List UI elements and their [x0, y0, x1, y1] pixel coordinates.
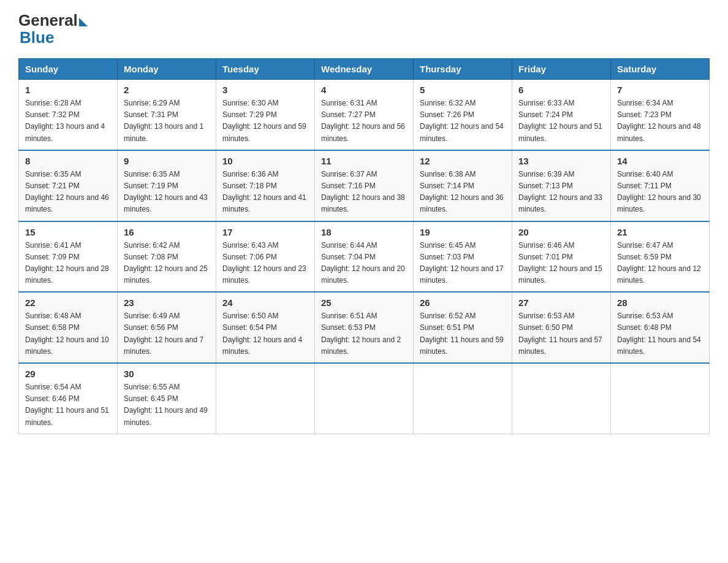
header-monday: Monday	[118, 59, 216, 80]
day-number: 20	[518, 227, 604, 237]
calendar-cell: 30 Sunrise: 6:55 AM Sunset: 6:45 PM Dayl…	[118, 363, 216, 434]
day-number: 18	[321, 227, 407, 237]
calendar-cell: 24 Sunrise: 6:50 AM Sunset: 6:54 PM Dayl…	[216, 292, 315, 363]
calendar-header-row: SundayMondayTuesdayWednesdayThursdayFrid…	[19, 59, 710, 80]
day-info: Sunrise: 6:50 AM Sunset: 6:54 PM Dayligh…	[222, 310, 308, 358]
calendar-cell: 4 Sunrise: 6:31 AM Sunset: 7:27 PM Dayli…	[315, 80, 414, 150]
day-info: Sunrise: 6:45 AM Sunset: 7:03 PM Dayligh…	[420, 240, 506, 287]
day-info: Sunrise: 6:47 AM Sunset: 6:59 PM Dayligh…	[617, 240, 703, 287]
day-info: Sunrise: 6:32 AM Sunset: 7:26 PM Dayligh…	[420, 98, 506, 145]
day-info: Sunrise: 6:41 AM Sunset: 7:09 PM Dayligh…	[25, 240, 111, 287]
calendar-cell: 25 Sunrise: 6:51 AM Sunset: 6:53 PM Dayl…	[315, 292, 414, 363]
day-number: 11	[321, 156, 407, 166]
day-number: 30	[124, 369, 210, 379]
calendar-cell: 8 Sunrise: 6:35 AM Sunset: 7:21 PM Dayli…	[19, 150, 118, 221]
calendar-cell: 29 Sunrise: 6:54 AM Sunset: 6:46 PM Dayl…	[19, 363, 118, 434]
calendar-cell: 22 Sunrise: 6:48 AM Sunset: 6:58 PM Dayl…	[19, 292, 118, 363]
day-number: 12	[420, 156, 506, 166]
day-number: 3	[222, 85, 308, 95]
day-info: Sunrise: 6:35 AM Sunset: 7:19 PM Dayligh…	[124, 169, 210, 216]
header-wednesday: Wednesday	[315, 59, 414, 80]
day-number: 24	[222, 297, 308, 308]
logo-text-blue: Blue	[20, 28, 88, 47]
day-number: 5	[420, 85, 506, 95]
calendar-cell: 2 Sunrise: 6:29 AM Sunset: 7:31 PM Dayli…	[118, 80, 216, 150]
day-number: 23	[124, 297, 210, 308]
day-info: Sunrise: 6:29 AM Sunset: 7:31 PM Dayligh…	[124, 98, 210, 145]
page: General Blue SundayMondayTuesdayWednesda…	[0, 0, 728, 446]
calendar-week-row: 8 Sunrise: 6:35 AM Sunset: 7:21 PM Dayli…	[19, 150, 710, 221]
calendar-cell: 14 Sunrise: 6:40 AM Sunset: 7:11 PM Dayl…	[611, 150, 710, 221]
day-info: Sunrise: 6:53 AM Sunset: 6:48 PM Dayligh…	[617, 310, 703, 358]
day-info: Sunrise: 6:54 AM Sunset: 6:46 PM Dayligh…	[25, 381, 111, 429]
day-number: 19	[420, 227, 506, 237]
day-info: Sunrise: 6:39 AM Sunset: 7:13 PM Dayligh…	[518, 169, 604, 216]
calendar-cell: 11 Sunrise: 6:37 AM Sunset: 7:16 PM Dayl…	[315, 150, 414, 221]
day-number: 25	[321, 297, 407, 308]
logo-line1: General	[18, 12, 88, 28]
calendar-cell: 15 Sunrise: 6:41 AM Sunset: 7:09 PM Dayl…	[19, 221, 118, 293]
day-info: Sunrise: 6:34 AM Sunset: 7:23 PM Dayligh…	[617, 98, 703, 145]
day-info: Sunrise: 6:52 AM Sunset: 6:51 PM Dayligh…	[420, 310, 506, 358]
day-info: Sunrise: 6:49 AM Sunset: 6:56 PM Dayligh…	[124, 310, 210, 358]
day-number: 8	[25, 156, 111, 166]
day-info: Sunrise: 6:42 AM Sunset: 7:08 PM Dayligh…	[124, 240, 210, 287]
day-info: Sunrise: 6:43 AM Sunset: 7:06 PM Dayligh…	[222, 240, 308, 287]
day-number: 27	[518, 297, 604, 308]
header-sunday: Sunday	[19, 59, 118, 80]
day-info: Sunrise: 6:46 AM Sunset: 7:01 PM Dayligh…	[518, 240, 604, 287]
calendar-cell: 12 Sunrise: 6:38 AM Sunset: 7:14 PM Dayl…	[414, 150, 512, 221]
day-number: 15	[25, 227, 111, 237]
calendar-cell	[512, 363, 611, 434]
calendar-cell: 26 Sunrise: 6:52 AM Sunset: 6:51 PM Dayl…	[414, 292, 512, 363]
calendar-cell: 19 Sunrise: 6:45 AM Sunset: 7:03 PM Dayl…	[414, 221, 512, 293]
calendar-cell	[611, 363, 710, 434]
day-number: 26	[420, 297, 506, 308]
calendar-cell: 6 Sunrise: 6:33 AM Sunset: 7:24 PM Dayli…	[512, 80, 611, 150]
calendar-cell	[414, 363, 512, 434]
calendar-week-row: 29 Sunrise: 6:54 AM Sunset: 6:46 PM Dayl…	[19, 363, 710, 434]
header-tuesday: Tuesday	[216, 59, 315, 80]
calendar-cell	[216, 363, 315, 434]
day-number: 2	[124, 85, 210, 95]
calendar-week-row: 1 Sunrise: 6:28 AM Sunset: 7:32 PM Dayli…	[19, 80, 710, 150]
day-info: Sunrise: 6:40 AM Sunset: 7:11 PM Dayligh…	[617, 169, 703, 216]
day-info: Sunrise: 6:55 AM Sunset: 6:45 PM Dayligh…	[124, 381, 210, 429]
day-info: Sunrise: 6:44 AM Sunset: 7:04 PM Dayligh…	[321, 240, 407, 287]
day-info: Sunrise: 6:53 AM Sunset: 6:50 PM Dayligh…	[518, 310, 604, 358]
day-number: 9	[124, 156, 210, 166]
day-info: Sunrise: 6:30 AM Sunset: 7:29 PM Dayligh…	[222, 98, 308, 145]
calendar-week-row: 15 Sunrise: 6:41 AM Sunset: 7:09 PM Dayl…	[19, 221, 710, 293]
calendar-cell: 27 Sunrise: 6:53 AM Sunset: 6:50 PM Dayl…	[512, 292, 611, 363]
calendar-cell: 5 Sunrise: 6:32 AM Sunset: 7:26 PM Dayli…	[414, 80, 512, 150]
logo-wrapper: General Blue	[18, 12, 88, 47]
day-number: 28	[617, 297, 703, 308]
calendar-cell: 9 Sunrise: 6:35 AM Sunset: 7:19 PM Dayli…	[118, 150, 216, 221]
calendar-cell: 16 Sunrise: 6:42 AM Sunset: 7:08 PM Dayl…	[118, 221, 216, 293]
calendar-week-row: 22 Sunrise: 6:48 AM Sunset: 6:58 PM Dayl…	[19, 292, 710, 363]
day-info: Sunrise: 6:33 AM Sunset: 7:24 PM Dayligh…	[518, 98, 604, 145]
calendar-cell: 3 Sunrise: 6:30 AM Sunset: 7:29 PM Dayli…	[216, 80, 315, 150]
day-number: 6	[518, 85, 604, 95]
calendar-cell: 7 Sunrise: 6:34 AM Sunset: 7:23 PM Dayli…	[611, 80, 710, 150]
header: General Blue	[18, 12, 710, 47]
day-number: 4	[321, 85, 407, 95]
day-info: Sunrise: 6:36 AM Sunset: 7:18 PM Dayligh…	[222, 169, 308, 216]
day-number: 7	[617, 85, 703, 95]
day-number: 16	[124, 227, 210, 237]
header-friday: Friday	[512, 59, 611, 80]
calendar-cell: 21 Sunrise: 6:47 AM Sunset: 6:59 PM Dayl…	[611, 221, 710, 293]
day-number: 13	[518, 156, 604, 166]
calendar-cell: 23 Sunrise: 6:49 AM Sunset: 6:56 PM Dayl…	[118, 292, 216, 363]
logo-text-general: General	[18, 12, 78, 28]
calendar-cell: 10 Sunrise: 6:36 AM Sunset: 7:18 PM Dayl…	[216, 150, 315, 221]
day-info: Sunrise: 6:51 AM Sunset: 6:53 PM Dayligh…	[321, 310, 407, 358]
day-number: 14	[617, 156, 703, 166]
logo-triangle-icon	[79, 18, 88, 26]
calendar-cell: 18 Sunrise: 6:44 AM Sunset: 7:04 PM Dayl…	[315, 221, 414, 293]
day-number: 10	[222, 156, 308, 166]
calendar-cell	[315, 363, 414, 434]
day-number: 1	[25, 85, 111, 95]
header-thursday: Thursday	[414, 59, 512, 80]
calendar-cell: 1 Sunrise: 6:28 AM Sunset: 7:32 PM Dayli…	[19, 80, 118, 150]
